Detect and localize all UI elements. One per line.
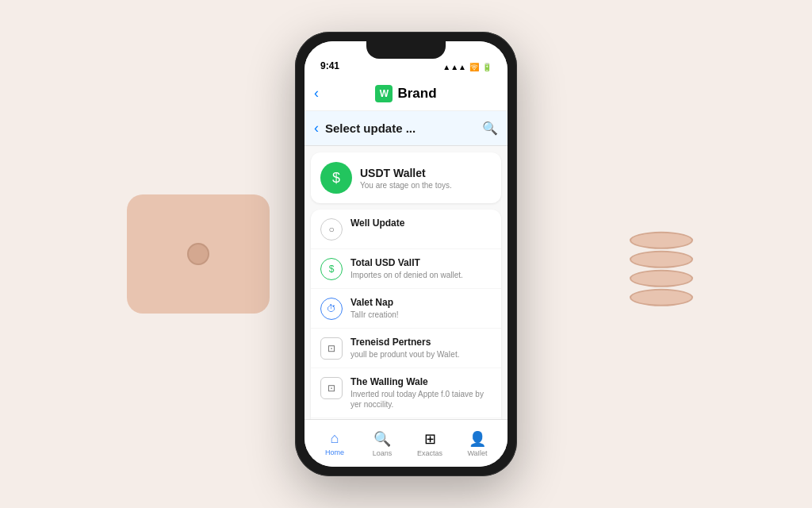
loans-icon: 🔍 [373, 430, 391, 448]
wallet-card[interactable]: $ USDT Wallet You are stage on the toys. [311, 152, 501, 203]
menu-item-subtitle: Inverted roul today Appte f.0 taiave by … [350, 389, 492, 410]
menu-item-subtitle: TaIIr creation! [350, 310, 399, 320]
list-item[interactable]: ⊡ Treneisd Pertners youll be produnt vou… [311, 329, 501, 368]
menu-item-title: VaIet Nap [350, 297, 399, 308]
wallet-nav-icon: 👤 [469, 430, 486, 448]
wallet-subtitle: You are stage on the toys. [360, 181, 452, 190]
menu-section: ○ Well Update $ Total USD VaIIT Importes… [311, 210, 501, 419]
signal-icon: ▲▲▲ [442, 63, 466, 71]
wallet-info: USDT Wallet You are stage on the toys. [360, 167, 452, 190]
sub-header-title: Select update ... [325, 121, 482, 135]
search-icon[interactable]: 🔍 [482, 121, 498, 136]
bottom-nav: ⌂ Home 🔍 Loans ⊞ Exactas 👤 WaIlet [304, 419, 508, 467]
list-item[interactable]: ○ Well Update [311, 210, 501, 249]
menu-item-title: The WaIIing WaIe [350, 376, 492, 387]
nav-item-home[interactable]: ⌂ Home [311, 430, 358, 456]
wallet-icon: $ [320, 162, 352, 194]
coin-3 [630, 270, 693, 287]
nav-item-wallet[interactable]: 👤 WaIlet [454, 430, 501, 457]
sub-header-back-button[interactable]: ‹ [314, 120, 319, 137]
phone-mockup: 9:41 ▲▲▲ 🛜 🔋 ‹ W Brand ‹ Select update .… [295, 32, 517, 476]
coin-2 [630, 251, 693, 268]
menu-item-content: The WaIIing WaIe Inverted roul today App… [350, 376, 492, 410]
nav-item-exactas[interactable]: ⊞ Exactas [406, 430, 454, 457]
menu-item-title: Total USD VaIIT [350, 257, 463, 268]
square-icon-2: ⊡ [320, 377, 343, 399]
menu-item-content: VaIet Nap TaIIr creation! [350, 297, 399, 320]
nav-label-wallet: WaIlet [467, 449, 487, 457]
brand-name: Brand [397, 86, 436, 102]
dollar-circle-icon: $ [320, 258, 343, 280]
decorative-coins [630, 232, 693, 306]
dollar-icon: $ [332, 170, 340, 187]
menu-item-subtitle: youll be produnt vout by WaIet. [350, 349, 460, 360]
status-time: 9:41 [320, 60, 339, 71]
home-icon: ⌂ [331, 430, 339, 447]
nav-label-home: Home [325, 448, 344, 456]
menu-item-content: Treneisd Pertners youll be produnt vout … [350, 337, 460, 360]
decorative-wallet [127, 194, 270, 314]
nav-label-loans: Loans [373, 449, 393, 457]
coin-1 [630, 232, 693, 249]
brand-header: W Brand [375, 85, 436, 102]
menu-item-title: Well Update [350, 217, 404, 229]
menu-item-content: Well Update [350, 217, 404, 229]
phone-body: 9:41 ▲▲▲ 🛜 🔋 ‹ W Brand ‹ Select update .… [295, 32, 517, 476]
phone-notch [366, 41, 446, 59]
menu-item-content: Total USD VaIIT Importes on of denied on… [350, 257, 463, 280]
menu-item-subtitle: Importes on of denied on wallet. [350, 270, 463, 280]
content-area: $ USDT Wallet You are stage on the toys.… [304, 146, 508, 419]
clock-icon: ⏱ [320, 298, 343, 320]
wifi-icon: 🛜 [469, 63, 479, 71]
nav-label-exactas: Exactas [417, 449, 442, 457]
sub-header: ‹ Select update ... 🔍 [304, 111, 508, 146]
square-icon: ⊡ [320, 337, 343, 360]
list-item[interactable]: ⏱ VaIet Nap TaIIr creation! [311, 289, 501, 329]
phone-screen: 9:41 ▲▲▲ 🛜 🔋 ‹ W Brand ‹ Select update .… [304, 41, 508, 467]
exactas-icon: ⊞ [424, 430, 436, 448]
menu-item-title: Treneisd Pertners [350, 337, 460, 348]
nav-item-loans[interactable]: 🔍 Loans [358, 430, 406, 457]
radio-icon: ○ [320, 218, 343, 241]
list-item[interactable]: $ Total USD VaIIT Importes on of denied … [311, 249, 501, 289]
wallet-title: USDT Wallet [360, 167, 452, 179]
list-item[interactable]: ⊡ The WaIIing WaIe Inverted roul today A… [311, 368, 501, 418]
coin-4 [630, 289, 693, 306]
app-header: ‹ W Brand [304, 76, 508, 111]
header-back-button[interactable]: ‹ [314, 85, 319, 102]
battery-icon: 🔋 [482, 63, 492, 71]
brand-logo-icon: W [375, 85, 393, 102]
status-icons: ▲▲▲ 🛜 🔋 [442, 63, 492, 71]
